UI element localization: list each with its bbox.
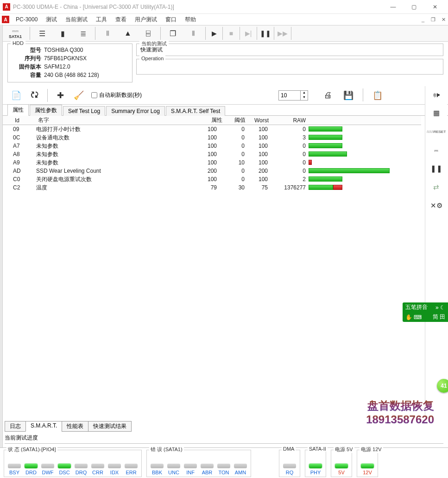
tool-btn-8[interactable]: ⦀ — [186, 26, 201, 41]
tool-btn-3[interactable]: ≣ — [76, 26, 90, 41]
table-row[interactable]: A8未知参数10001000 — [3, 150, 421, 158]
doc-edit-button[interactable]: 📄 — [8, 88, 24, 102]
mdi-close-button[interactable]: ✕ — [439, 16, 448, 23]
progress-line — [5, 443, 443, 444]
cell-name: 温度 — [36, 184, 189, 192]
window-minimize-button[interactable]: — — [383, 0, 404, 13]
table-row[interactable]: ADSSD Wear Leveling Count20002000 — [3, 167, 421, 175]
tab-attributes[interactable]: 属性 — [7, 104, 29, 116]
settings-button[interactable]: ✕⚙ — [430, 200, 443, 211]
pause-side-button[interactable]: ❚❚ — [430, 163, 443, 174]
auto-refresh-checkbox[interactable]: 自动刷新数据(秒) — [91, 91, 142, 99]
cell-raw: 0 — [271, 159, 308, 166]
tab-smart-selftest[interactable]: S.M.A.R.T. Self Test — [166, 106, 225, 116]
status-item: DWF — [40, 464, 55, 475]
stop-button[interactable]: ■ — [225, 30, 238, 37]
cell-attr: 100 — [189, 134, 224, 141]
table-row[interactable]: A7未知参数10001000 — [3, 142, 421, 150]
spin-down[interactable]: ▼ — [300, 95, 308, 100]
mdi-restore-button[interactable]: ❐ — [429, 16, 438, 23]
status-item-label: BSY — [9, 470, 19, 475]
tool-btn-5[interactable]: ▲ — [120, 26, 135, 41]
hdd-fw-value: SAFM12.0 — [44, 63, 70, 71]
cell-worst: 75 — [247, 184, 271, 191]
cell-id: AD — [13, 168, 36, 174]
float-badge[interactable]: 41 — [437, 379, 448, 393]
list-icon: ≣ — [80, 29, 86, 38]
interval-spinbox[interactable]: ▲▼ — [278, 90, 308, 101]
status-item-label: PHY — [310, 470, 321, 475]
spin-up[interactable]: ▲ — [300, 91, 308, 95]
menu-window[interactable]: 窗口 — [162, 14, 180, 25]
auto-refresh-input[interactable] — [91, 92, 97, 98]
plug-button[interactable]: ⎓ — [430, 145, 443, 156]
operation-legend: Operation — [139, 56, 165, 61]
status-group-error: 错 误 (SATA1) BBKUNCINFABRTONAMN — [146, 450, 251, 477]
table-row[interactable]: 09电源打开小时计数10001000 — [3, 125, 421, 133]
btab-log[interactable]: 日志 — [5, 421, 26, 432]
menu-test[interactable]: 测试 — [42, 14, 61, 25]
window-close-button[interactable]: ✕ — [424, 0, 445, 13]
table-row[interactable]: C2温度7930751376277 — [3, 183, 421, 192]
col-thr[interactable]: 阈值 — [224, 116, 247, 124]
tool-btn-6[interactable]: ⌸ — [141, 26, 156, 41]
ff-button[interactable]: ▶▶ — [276, 30, 289, 37]
table-row[interactable]: 0C设备通电次数10001003 — [3, 133, 421, 142]
chip-button[interactable]: ▦ — [430, 107, 443, 119]
table-row[interactable]: A9未知参数100101000 — [3, 158, 421, 167]
tool-btn-1[interactable]: ☰ — [35, 26, 50, 41]
table-body: 09电源打开小时计数100010000C设备通电次数10001003A7未知参数… — [3, 125, 421, 192]
save-button[interactable]: 💾 — [341, 88, 356, 102]
secondary-toolbar: 📄 🗘 ✚ 🧹 自动刷新数据(秒) ▲▼ 🖨 💾 📋 — [3, 86, 448, 105]
tool-btn-4[interactable]: ⫴ — [100, 26, 115, 41]
col-id[interactable]: Id — [13, 117, 36, 124]
status-item-label: TON — [218, 470, 229, 475]
sata-port-button[interactable]: ⎓⎓ SATA1 — [6, 26, 25, 41]
menu-view[interactable]: 查看 — [112, 14, 130, 25]
clipboard-button[interactable]: 📋 — [370, 88, 385, 102]
cell-worst: 100 — [247, 159, 271, 166]
play-button[interactable]: ▶ — [208, 30, 221, 37]
status-item: 5V — [334, 464, 349, 475]
ime-hand-icon: ✋ ⌨ — [405, 314, 422, 321]
step-button[interactable]: ▶| — [242, 30, 255, 37]
btab-smart[interactable]: S.M.A.R.T. — [25, 421, 62, 432]
menu-current-test[interactable]: 当前测试 — [62, 14, 91, 25]
tab-summary-error[interactable]: Summary Error Log — [106, 106, 165, 116]
col-raw[interactable]: RAW — [271, 117, 308, 124]
menu-tools[interactable]: 工具 — [92, 14, 111, 25]
wand-button[interactable]: 🧹 — [71, 88, 87, 102]
ime-panel[interactable]: 五笔拼音» ☾ ✋ ⌨简 ⽥ — [403, 302, 448, 322]
current-test-value: 快速测试 — [140, 46, 439, 54]
interval-input[interactable] — [279, 91, 300, 100]
status-item: IDX — [107, 464, 122, 475]
print-button[interactable]: 🖨 — [320, 88, 336, 102]
col-attr[interactable]: 属性 — [189, 116, 224, 124]
tool-btn-2[interactable]: ▮ — [55, 26, 70, 41]
btab-perf[interactable]: 性能表 — [62, 421, 88, 432]
tab-attr-params[interactable]: 属性参数 — [30, 105, 62, 116]
mdi-minimize-button[interactable]: _ — [418, 16, 428, 23]
cell-name: 电源打开小时计数 — [36, 126, 189, 133]
window-maximize-button[interactable]: ▢ — [404, 0, 424, 13]
col-worst[interactable]: Worst — [247, 117, 271, 124]
status-item-label: 5V — [338, 470, 344, 475]
cell-attr: 100 — [189, 143, 224, 149]
plus-button[interactable]: ✚ — [52, 88, 68, 102]
tool-btn-7[interactable]: ❐ — [165, 26, 180, 41]
speaker-button[interactable]: 🕪 — [430, 89, 443, 100]
pause-button[interactable]: ❚❚ — [259, 30, 272, 37]
menu-help[interactable]: 帮助 — [181, 14, 200, 25]
table-row[interactable]: C0关闭硬盘电源重试次数10001002 — [3, 175, 421, 183]
cell-threshold: 10 — [224, 159, 247, 166]
menu-app[interactable]: PC-3000 — [12, 15, 41, 24]
menu-user-test[interactable]: 用户测试 — [131, 14, 161, 25]
slider-button[interactable]: ⇄ — [430, 182, 443, 193]
doc-refresh-button[interactable]: 🗘 — [27, 88, 43, 102]
status-item: BSY — [7, 464, 22, 475]
tab-selftest-log[interactable]: Self Test Log — [63, 106, 105, 116]
reset-button[interactable]: ⎍⎍⎍RESET — [430, 126, 443, 137]
btab-quick[interactable]: 快速测试结果 — [88, 421, 132, 432]
col-name[interactable]: 名字 — [36, 116, 189, 124]
cell-threshold: 0 — [224, 143, 247, 149]
